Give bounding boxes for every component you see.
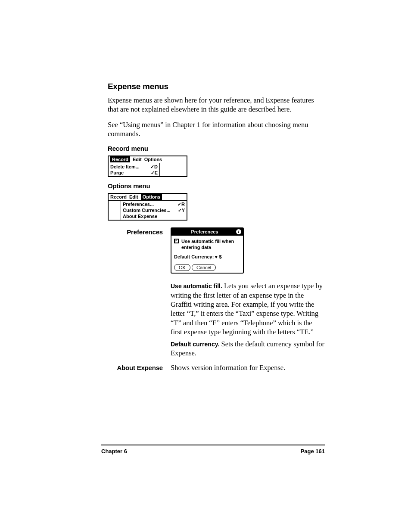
checkbox-icon: ✓ (174, 239, 179, 243)
default-currency-paragraph: Default currency. Sets the default curre… (171, 339, 325, 358)
record-menu-mock: Record Edit Options Delete Item... ✓D Pu… (108, 156, 187, 177)
options-menu-mock: Record Edit Options Preferences... ✓R Cu… (108, 193, 187, 221)
menu-item-shortcut: ✓Y (178, 207, 185, 213)
menu-item-label: Purge (110, 170, 124, 176)
menu-item-shortcut: ✓E (151, 170, 158, 176)
heading-record-menu: Record menu (108, 145, 325, 152)
heading-options-menu: Options menu (108, 182, 325, 190)
info-icon: i (236, 229, 241, 234)
heading-expense-menus: Expense menus (108, 82, 325, 91)
dialog-titlebar: Preferences i (171, 228, 243, 236)
default-currency-row: Default Currency: ▾ $ (174, 254, 240, 260)
menu-item-custom-currencies: Custom Currencies... ✓Y (121, 207, 187, 213)
use-auto-fill-paragraph: Use automatic fill. Lets you select an e… (171, 281, 325, 337)
term-preferences: Preferences (108, 227, 171, 236)
menu-bar-options: Options (144, 156, 162, 162)
use-auto-fill-body: Lets you select an expense type by writi… (171, 282, 323, 336)
menu-item-about-expense: About Expense (121, 213, 187, 219)
options-dropdown: Preferences... ✓R Custom Currencies... ✓… (121, 200, 187, 220)
menu-item-label: About Expense (123, 213, 157, 219)
page: Expense menus Expense menus are shown he… (0, 0, 411, 532)
menu-bar-record: Record (110, 156, 130, 162)
default-currency-value: ▾ $ (215, 254, 221, 259)
use-auto-fill-title: Use automatic fill. (171, 283, 222, 289)
menu-bar-edit: Edit (133, 156, 142, 162)
about-expense-body: Shows version information for Expense. (171, 363, 325, 372)
menu-item-label: Custom Currencies... (123, 207, 171, 213)
auto-fill-row: ✓ Use automatic fill when entering data (174, 238, 240, 250)
default-currency-label: Default Currency: (174, 254, 214, 259)
page-footer: Chapter 6 Page 161 (101, 445, 325, 454)
footer-page: Page 161 (301, 448, 325, 454)
footer-chapter: Chapter 6 (101, 448, 127, 454)
dialog-buttons: OK Cancel (174, 264, 240, 271)
dialog-body: ✓ Use automatic fill when entering data … (171, 236, 243, 273)
menu-bar-record: Record (110, 194, 127, 200)
menu-item-label: Preferences... (123, 201, 154, 207)
menu-item-preferences: Preferences... ✓R (121, 201, 187, 207)
menu-bar: Record Edit Options (109, 194, 187, 201)
auto-fill-label: Use automatic fill when entering data (181, 238, 240, 250)
menu-item-shortcut: ✓R (177, 201, 185, 207)
intro-paragraph-1: Expense menus are shown here for your re… (108, 96, 325, 114)
menu-item-label: Delete Item... (110, 164, 140, 170)
preferences-dialog-mock: Preferences i ✓ Use automatic fill when … (171, 227, 244, 274)
menu-bar-options: Options (141, 194, 162, 200)
menu-bar: Record Edit Options (109, 156, 187, 163)
record-dropdown: Delete Item... ✓D Purge ✓E (108, 163, 160, 177)
intro-paragraph-2: See “Using menus” in Chapter 1 for infor… (108, 120, 325, 139)
menu-item-purge: Purge ✓E (109, 170, 159, 176)
menu-item-delete: Delete Item... ✓D (109, 164, 159, 170)
menu-bar-edit: Edit (129, 194, 138, 200)
term-about-expense: About Expense (108, 363, 171, 371)
menu-item-shortcut: ✓D (150, 164, 158, 170)
cancel-button: Cancel (192, 264, 216, 271)
ok-button: OK (174, 264, 190, 271)
dialog-title: Preferences (173, 229, 236, 235)
default-currency-title: Default currency. (171, 341, 219, 348)
